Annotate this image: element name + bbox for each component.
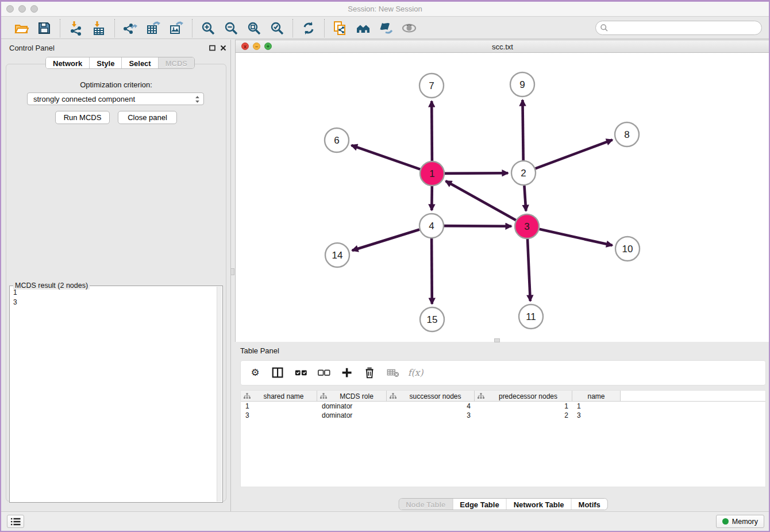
search-box bbox=[595, 21, 762, 35]
list-icon bbox=[10, 517, 21, 526]
export-network-icon[interactable] bbox=[121, 20, 140, 37]
node-8[interactable]: 8 bbox=[615, 122, 639, 147]
table-cell[interactable]: 1 bbox=[475, 402, 572, 411]
tab-network[interactable]: Network bbox=[46, 57, 90, 68]
node-3[interactable]: 3 bbox=[515, 214, 539, 238]
optimization-criterion-label: Optimization criterion: bbox=[1, 80, 231, 89]
column-header-name[interactable]: name bbox=[572, 391, 621, 401]
task-history-button[interactable] bbox=[7, 515, 24, 528]
svg-text:6: 6 bbox=[334, 135, 339, 146]
zoom-fit-icon[interactable] bbox=[244, 20, 264, 37]
delete-row-icon[interactable] bbox=[363, 365, 378, 380]
search-icon bbox=[600, 24, 609, 32]
node-1[interactable]: 1 bbox=[420, 161, 444, 186]
table-toolbar: ⚙f(x) bbox=[240, 360, 766, 385]
node-14[interactable]: 14 bbox=[325, 243, 349, 267]
zoom-in-icon[interactable] bbox=[198, 20, 218, 37]
table-row[interactable]: 3dominator323 bbox=[241, 411, 765, 420]
node-7[interactable]: 7 bbox=[419, 74, 444, 98]
column-header-predecessor-nodes[interactable]: predecessor nodes bbox=[475, 391, 572, 401]
table-settings-gear-icon[interactable]: ⚙ bbox=[248, 365, 263, 380]
close-panel-icon[interactable] bbox=[219, 44, 227, 52]
eye-icon[interactable] bbox=[399, 20, 419, 37]
table-cell[interactable]: dominator bbox=[317, 411, 387, 420]
zoom-out-icon[interactable] bbox=[221, 20, 241, 37]
edge-3-1[interactable] bbox=[446, 181, 516, 220]
close-panel-button[interactable]: Close panel bbox=[118, 111, 177, 124]
edge-1-4[interactable] bbox=[432, 186, 432, 210]
run-mcds-button[interactable]: Run MCDS bbox=[55, 111, 110, 124]
node-15[interactable]: 15 bbox=[420, 307, 444, 331]
node-2[interactable]: 2 bbox=[511, 161, 536, 185]
column-chooser-icon[interactable] bbox=[271, 365, 286, 380]
tab-motifs[interactable]: Motifs bbox=[572, 499, 607, 510]
node-6[interactable]: 6 bbox=[325, 128, 349, 152]
node-10[interactable]: 10 bbox=[615, 237, 640, 261]
zoom-selected-icon[interactable] bbox=[267, 20, 287, 37]
table-cell[interactable]: 1 bbox=[241, 402, 317, 411]
column-type-icon bbox=[320, 393, 327, 399]
tab-network-table[interactable]: Network Table bbox=[507, 499, 572, 510]
edge-1-2[interactable] bbox=[445, 173, 508, 174]
edge-4-15[interactable] bbox=[432, 238, 432, 304]
table-cell[interactable]: dominator bbox=[317, 402, 387, 411]
result-scrollbar[interactable] bbox=[217, 287, 222, 502]
tab-style[interactable]: Style bbox=[90, 57, 122, 68]
edge-3-10[interactable] bbox=[540, 229, 613, 245]
memory-button[interactable]: Memory bbox=[716, 515, 764, 528]
svg-text:14: 14 bbox=[332, 250, 343, 261]
edge-4-3[interactable] bbox=[444, 226, 511, 226]
table-cell[interactable]: 4 bbox=[387, 402, 475, 411]
criterion-select[interactable]: strongly connected component bbox=[27, 92, 204, 105]
add-row-icon[interactable] bbox=[340, 365, 355, 380]
export-image-icon[interactable] bbox=[167, 20, 186, 37]
table-cell[interactable]: 2 bbox=[475, 411, 572, 420]
horizontal-splitter-handle[interactable] bbox=[494, 338, 500, 342]
edge-3-11[interactable] bbox=[528, 239, 530, 301]
edge-4-14[interactable] bbox=[352, 230, 419, 251]
network-window-titlebar[interactable]: x – + scc.txt bbox=[236, 40, 769, 53]
tab-node-table[interactable]: Node Table bbox=[399, 499, 453, 510]
table-cell[interactable]: 3 bbox=[241, 411, 317, 420]
edge-1-7[interactable] bbox=[432, 101, 432, 161]
node-9[interactable]: 9 bbox=[510, 72, 534, 97]
network-canvas[interactable]: 7968124314101511 bbox=[236, 53, 769, 342]
column-header-successor-nodes[interactable]: successor nodes bbox=[387, 391, 475, 401]
node-11[interactable]: 11 bbox=[519, 304, 543, 329]
tab-mcds[interactable]: MCDS bbox=[159, 57, 194, 68]
edge-1-6[interactable] bbox=[352, 145, 421, 169]
show-hide-graphics-details-icon[interactable] bbox=[376, 20, 396, 37]
node-4[interactable]: 4 bbox=[419, 214, 444, 238]
delete-table-icon[interactable] bbox=[386, 365, 401, 380]
export-table-icon[interactable] bbox=[144, 20, 163, 37]
table-row[interactable]: 1dominator411 bbox=[241, 402, 765, 411]
save-session-icon[interactable] bbox=[34, 20, 54, 37]
control-panel-tabs: NetworkStyleSelectMCDS bbox=[45, 57, 195, 69]
clone-network-icon[interactable] bbox=[330, 20, 350, 37]
tab-edge-table[interactable]: Edge Table bbox=[453, 499, 506, 510]
tab-select[interactable]: Select bbox=[122, 57, 158, 68]
deselect-all-rows-icon[interactable] bbox=[317, 365, 332, 380]
table-cell[interactable]: 1 bbox=[572, 402, 621, 411]
import-network-icon[interactable] bbox=[66, 20, 86, 37]
table-cell[interactable]: 3 bbox=[572, 411, 621, 420]
table-body: 1dominator4113dominator323 bbox=[241, 402, 765, 420]
column-header-shared-name[interactable]: shared name bbox=[241, 391, 317, 401]
title-bar: Session: New Session bbox=[1, 2, 769, 17]
table-cell[interactable]: 3 bbox=[387, 411, 475, 420]
edge-2-8[interactable] bbox=[536, 140, 613, 168]
function-builder-icon[interactable]: f(x) bbox=[409, 365, 424, 380]
refresh-view-icon[interactable] bbox=[299, 20, 318, 37]
edge-2-9[interactable] bbox=[522, 100, 523, 160]
home-view-icon[interactable] bbox=[353, 20, 373, 37]
import-table-icon[interactable] bbox=[89, 20, 109, 37]
open-file-icon[interactable] bbox=[11, 20, 31, 37]
memory-label: Memory bbox=[732, 518, 758, 526]
edge-2-3[interactable] bbox=[524, 186, 526, 211]
select-all-rows-icon[interactable] bbox=[294, 365, 309, 380]
column-header-MCDS-role[interactable]: MCDS role bbox=[317, 391, 387, 401]
vertical-splitter-handle[interactable] bbox=[230, 268, 234, 275]
float-panel-icon[interactable] bbox=[208, 44, 216, 52]
search-input[interactable] bbox=[609, 22, 761, 34]
mcds-result-text[interactable]: 1 3 bbox=[10, 288, 215, 500]
